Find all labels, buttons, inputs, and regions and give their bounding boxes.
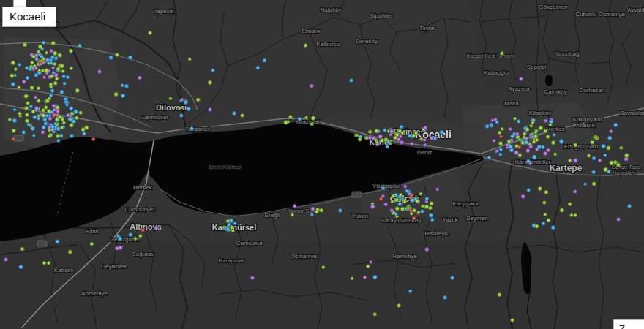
data-point[interactable] bbox=[284, 121, 288, 124]
map-canvas[interactable]: KocaeliDilovasıAltınovaGölcükKaramürselK… bbox=[0, 0, 644, 329]
data-point[interactable] bbox=[351, 277, 353, 280]
data-point[interactable] bbox=[38, 45, 42, 49]
data-point[interactable] bbox=[209, 108, 212, 112]
data-point[interactable] bbox=[546, 135, 550, 139]
data-point[interactable] bbox=[70, 124, 73, 127]
data-point[interactable] bbox=[499, 135, 502, 138]
data-point[interactable] bbox=[521, 194, 525, 198]
data-point[interactable] bbox=[208, 80, 211, 84]
data-point[interactable] bbox=[607, 146, 610, 150]
data-point[interactable] bbox=[544, 213, 547, 216]
data-point[interactable] bbox=[25, 107, 29, 110]
data-point[interactable] bbox=[529, 133, 532, 136]
data-point[interactable] bbox=[573, 190, 577, 194]
data-point[interactable] bbox=[50, 56, 54, 59]
data-point[interactable] bbox=[411, 198, 415, 203]
data-point[interactable] bbox=[263, 58, 266, 62]
data-point[interactable] bbox=[41, 130, 45, 134]
data-point[interactable] bbox=[196, 98, 200, 102]
data-point[interactable] bbox=[26, 102, 30, 105]
data-point[interactable] bbox=[53, 62, 56, 65]
data-point[interactable] bbox=[149, 31, 152, 35]
data-point[interactable] bbox=[310, 84, 314, 88]
data-point[interactable] bbox=[526, 159, 530, 163]
data-point[interactable] bbox=[430, 202, 433, 205]
data-point[interactable] bbox=[179, 114, 183, 118]
data-point[interactable] bbox=[50, 125, 54, 129]
data-point[interactable] bbox=[408, 134, 411, 137]
data-point[interactable] bbox=[129, 233, 132, 237]
data-point[interactable] bbox=[12, 129, 15, 132]
data-point[interactable] bbox=[98, 70, 102, 74]
data-point[interactable] bbox=[138, 76, 141, 80]
data-point[interactable] bbox=[412, 134, 416, 137]
data-point[interactable] bbox=[501, 52, 504, 56]
data-point[interactable] bbox=[493, 139, 495, 142]
data-point[interactable] bbox=[10, 74, 14, 77]
data-point[interactable] bbox=[424, 126, 427, 129]
data-point[interactable] bbox=[574, 213, 577, 216]
data-point[interactable] bbox=[13, 108, 16, 111]
data-point[interactable] bbox=[506, 143, 509, 147]
data-point[interactable] bbox=[431, 218, 434, 221]
data-point[interactable] bbox=[490, 124, 493, 127]
data-point[interactable] bbox=[602, 144, 605, 148]
data-point[interactable] bbox=[604, 154, 607, 156]
data-point[interactable] bbox=[33, 116, 37, 119]
data-point[interactable] bbox=[56, 240, 59, 243]
data-point[interactable] bbox=[544, 119, 548, 123]
data-point[interactable] bbox=[311, 116, 315, 121]
data-point[interactable] bbox=[569, 159, 572, 162]
data-point[interactable] bbox=[322, 266, 325, 269]
data-point[interactable] bbox=[60, 64, 64, 68]
data-point[interactable] bbox=[614, 123, 618, 126]
data-point[interactable] bbox=[47, 261, 50, 265]
data-point[interactable] bbox=[11, 61, 15, 65]
data-point[interactable] bbox=[60, 126, 64, 129]
data-point[interactable] bbox=[49, 83, 53, 86]
data-point[interactable] bbox=[389, 129, 393, 133]
data-point[interactable] bbox=[533, 135, 537, 138]
data-point[interactable] bbox=[124, 84, 128, 88]
data-point[interactable] bbox=[544, 190, 548, 194]
data-point[interactable] bbox=[617, 218, 621, 222]
data-point[interactable] bbox=[551, 226, 555, 230]
data-point[interactable] bbox=[37, 50, 40, 53]
data-point[interactable] bbox=[53, 81, 57, 85]
data-point[interactable] bbox=[584, 183, 587, 186]
data-point[interactable] bbox=[45, 69, 48, 72]
data-point[interactable] bbox=[50, 75, 53, 78]
data-point[interactable] bbox=[85, 126, 89, 129]
data-point[interactable] bbox=[515, 144, 519, 148]
data-point[interactable] bbox=[56, 134, 60, 137]
data-point[interactable] bbox=[53, 51, 56, 55]
data-point[interactable] bbox=[403, 200, 407, 204]
data-point[interactable] bbox=[181, 98, 184, 101]
data-point[interactable] bbox=[25, 67, 29, 70]
data-point[interactable] bbox=[134, 237, 137, 240]
data-point[interactable] bbox=[625, 154, 629, 158]
data-point[interactable] bbox=[358, 137, 362, 141]
data-point[interactable] bbox=[397, 137, 400, 141]
data-point[interactable] bbox=[542, 222, 545, 225]
data-point[interactable] bbox=[29, 105, 33, 108]
data-point[interactable] bbox=[66, 75, 70, 79]
data-point[interactable] bbox=[517, 120, 520, 124]
data-point[interactable] bbox=[386, 145, 389, 148]
data-point[interactable] bbox=[538, 186, 542, 190]
data-point[interactable] bbox=[425, 247, 429, 251]
data-point[interactable] bbox=[56, 110, 60, 113]
data-point[interactable] bbox=[410, 193, 413, 197]
data-point[interactable] bbox=[350, 79, 353, 83]
data-point[interactable] bbox=[90, 242, 94, 246]
data-point[interactable] bbox=[355, 134, 358, 137]
data-point[interactable] bbox=[339, 209, 342, 213]
data-point[interactable] bbox=[514, 151, 519, 155]
data-point[interactable] bbox=[368, 136, 372, 140]
data-point[interactable] bbox=[407, 206, 410, 209]
data-point[interactable] bbox=[395, 198, 399, 202]
data-point[interactable] bbox=[547, 148, 550, 152]
data-point[interactable] bbox=[398, 202, 402, 205]
data-point[interactable] bbox=[535, 224, 539, 228]
data-point[interactable] bbox=[381, 139, 384, 143]
